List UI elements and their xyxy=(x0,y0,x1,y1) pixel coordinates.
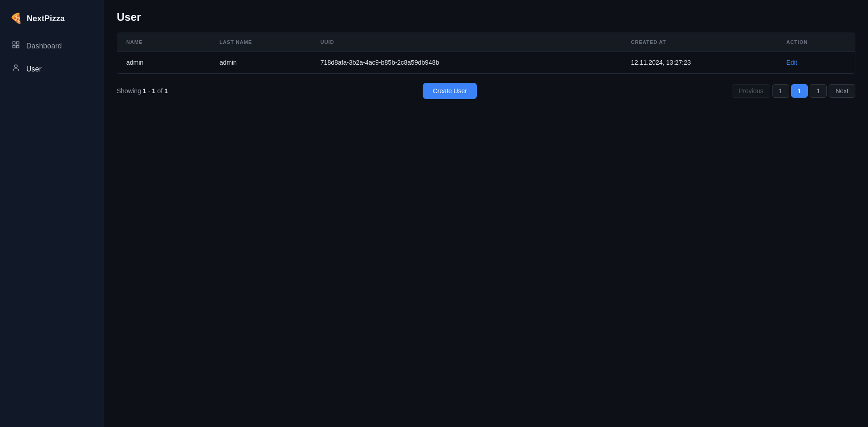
col-header-name: NAME xyxy=(117,33,210,52)
user-icon xyxy=(12,64,20,74)
main-content: User NAME LAST NAME UUID CREATED AT ACTI… xyxy=(104,0,868,427)
pagination-row: Showing 1 - 1 of 1 Create User Previous … xyxy=(117,83,855,99)
col-header-uuid: UUID xyxy=(311,33,622,52)
create-user-button[interactable]: Create User xyxy=(423,83,477,99)
edit-link[interactable]: Edit xyxy=(786,59,797,66)
svg-rect-1 xyxy=(17,42,19,44)
svg-point-4 xyxy=(14,65,17,67)
table-header-row: NAME LAST NAME UUID CREATED AT ACTION xyxy=(117,33,855,52)
user-table: NAME LAST NAME UUID CREATED AT ACTION ad… xyxy=(117,33,855,73)
sidebar-item-user-label: User xyxy=(26,65,42,73)
showing-text: Showing 1 - 1 of 1 xyxy=(117,87,168,95)
page-1-button[interactable]: 1 xyxy=(772,84,789,98)
logo-area: 🍕 NextPizza xyxy=(5,9,98,35)
page-current-button[interactable]: 1 xyxy=(791,84,808,98)
col-header-action: ACTION xyxy=(777,33,855,52)
cell-uuid: 718d8afa-3b2a-4ac9-b85b-2c8a59db948b xyxy=(311,52,622,74)
sidebar-item-dashboard[interactable]: Dashboard xyxy=(5,35,98,57)
dash: - xyxy=(146,87,152,95)
svg-rect-3 xyxy=(17,46,19,48)
cell-action: Edit xyxy=(777,52,855,74)
prev-button[interactable]: Previous xyxy=(732,84,770,98)
sidebar-item-dashboard-label: Dashboard xyxy=(26,42,62,50)
cell-name: admin xyxy=(117,52,210,74)
sidebar: 🍕 NextPizza Dashboard User xyxy=(0,0,104,427)
total: 1 xyxy=(164,87,168,95)
range-end: 1 xyxy=(152,87,156,95)
logo-icon: 🍕 xyxy=(10,13,22,24)
next-button[interactable]: Next xyxy=(829,84,855,98)
of-text: of xyxy=(156,87,164,95)
page-last-button[interactable]: 1 xyxy=(810,84,827,98)
logo-text: NextPizza xyxy=(27,14,65,24)
svg-rect-2 xyxy=(13,46,15,48)
sidebar-item-user[interactable]: User xyxy=(5,58,98,80)
cell-created-at: 12.11.2024, 13:27:23 xyxy=(622,52,777,74)
dashboard-icon xyxy=(12,41,20,51)
page-title: User xyxy=(117,11,855,24)
showing-prefix: Showing xyxy=(117,87,143,95)
col-header-lastname: LAST NAME xyxy=(210,33,311,52)
user-table-container: NAME LAST NAME UUID CREATED AT ACTION ad… xyxy=(117,33,855,74)
col-header-created-at: CREATED AT xyxy=(622,33,777,52)
svg-rect-0 xyxy=(13,42,15,44)
pagination-controls: Previous 1 1 1 Next xyxy=(732,84,855,98)
table-row: admin admin 718d8afa-3b2a-4ac9-b85b-2c8a… xyxy=(117,52,855,74)
cell-lastname: admin xyxy=(210,52,311,74)
